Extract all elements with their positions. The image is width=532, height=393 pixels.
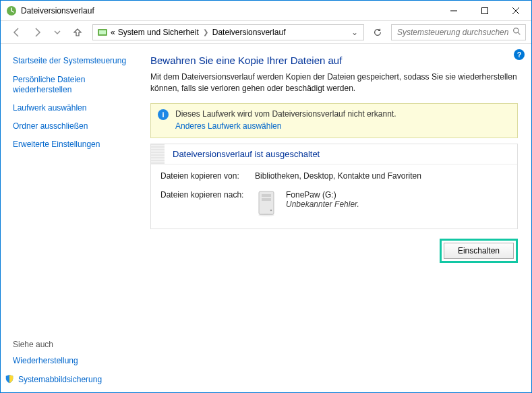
search-icon[interactable] [512,26,521,38]
see-also-heading: Siehe auch [13,340,129,349]
svg-line-8 [518,32,520,34]
svg-rect-10 [262,194,271,197]
chevron-right-icon[interactable]: ❯ [203,28,208,36]
see-also-system-image-backup[interactable]: Systemabbildsicherung [18,375,102,385]
svg-rect-11 [262,198,271,201]
control-panel-icon [97,27,108,38]
navbar: « System und Sicherheit ❯ Dateiversionsv… [1,21,531,44]
sidebar: Startseite der Systemsteuerung Persönlic… [1,44,136,392]
maximize-button[interactable] [469,1,500,21]
forward-button[interactable] [28,23,47,42]
sidebar-item-restore-files[interactable]: Persönliche Dateien wiederherstellen [13,75,129,95]
status-panel: Dateiversionsverlauf ist ausgeschaltet D… [150,144,518,229]
copy-to-label: Dateien kopieren nach: [160,190,255,219]
page-description: Mit dem Dateiversionsverlauf werden Kopi… [150,71,518,95]
breadcrumb-part-2[interactable]: Dateiversionsverlauf [212,28,286,37]
address-bar[interactable]: « System und Sicherheit ❯ Dateiversionsv… [92,24,364,40]
history-dropdown-button[interactable] [48,23,67,42]
up-button[interactable] [68,23,87,42]
notice-message: Dieses Laufwerk wird vom Dateiversionsve… [175,109,396,119]
titlebar: Dateiversionsverlauf [1,1,531,21]
status-header-accent [151,144,165,164]
content-area: Startseite der Systemsteuerung Persönlic… [1,44,531,392]
info-icon: i [158,109,169,120]
svg-point-7 [514,28,519,32]
notice-link-select-drive[interactable]: Anderes Laufwerk auswählen [175,121,396,131]
highlighted-frame: Einschalten [440,239,518,263]
breadcrumb-prefix: « [111,28,115,37]
svg-point-13 [258,214,274,216]
file-history-icon [6,5,17,16]
window-controls [438,1,531,21]
minimize-button[interactable] [438,1,469,21]
copy-from-value: Bibliotheken, Desktop, Kontakte und Favo… [255,171,421,181]
help-icon[interactable]: ? [514,49,525,60]
address-dropdown-icon[interactable]: ⌄ [351,28,362,37]
drive-icon [255,190,278,219]
action-row: Einschalten [150,239,518,263]
svg-rect-2 [482,7,488,13]
sidebar-item-select-drive[interactable]: Laufwerk auswählen [13,103,129,113]
page-title: Bewahren Sie eine Kopie Ihrer Dateien au… [150,55,518,66]
breadcrumb-part-1[interactable]: System und Sicherheit [118,28,199,37]
main-panel: ? Bewahren Sie eine Kopie Ihrer Dateien … [136,44,531,392]
copy-to-drive: FonePaw (G:) [286,190,359,200]
search-box[interactable] [391,24,526,40]
close-button[interactable] [500,1,531,21]
enable-button[interactable]: Einschalten [444,243,514,259]
status-heading: Dateiversionsverlauf ist ausgeschaltet [173,149,320,159]
status-header: Dateiversionsverlauf ist ausgeschaltet [151,144,517,164]
see-also-recovery[interactable]: Wiederherstellung [13,356,129,366]
notice-banner: i Dieses Laufwerk wird vom Dateiversions… [150,103,518,138]
window-title: Dateiversionsverlauf [21,6,94,16]
sidebar-item-advanced-settings[interactable]: Erweiterte Einstellungen [13,140,129,150]
svg-point-12 [270,209,272,211]
copy-to-error: Unbekannter Fehler. [286,200,359,209]
shield-icon [5,374,14,386]
search-input[interactable] [396,27,512,38]
sidebar-heading[interactable]: Startseite der Systemsteuerung [13,56,129,65]
sidebar-item-exclude-folders[interactable]: Ordner ausschließen [13,121,129,131]
svg-rect-6 [99,30,106,34]
back-button[interactable] [7,23,26,42]
refresh-button[interactable] [370,24,386,40]
copy-from-label: Dateien kopieren von: [160,171,255,181]
